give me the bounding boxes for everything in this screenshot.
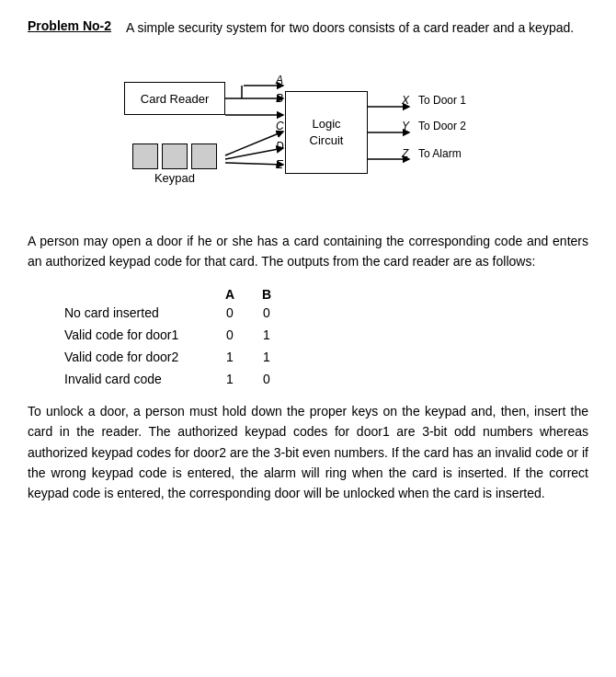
svg-line-5 — [225, 163, 283, 165]
circuit-diagram: Card Reader Keypad Logic Circuit — [115, 56, 501, 203]
problem-header: Problem No-2 A simple security system fo… — [28, 18, 588, 38]
output-x-label: X — [401, 94, 410, 107]
diagram-container: Card Reader Keypad Logic Circuit — [28, 56, 588, 203]
row-val-b: 0 — [248, 372, 285, 386]
problem-description: A simple security system for two doors c… — [126, 18, 574, 38]
row-val-b: 1 — [248, 350, 285, 364]
input-d-label: D — [276, 140, 284, 153]
row-label: Invalid card code — [28, 372, 211, 386]
table-row: Invalid card code 1 0 — [28, 372, 588, 386]
col-a-header: A — [211, 287, 248, 302]
row-val-b: 0 — [248, 305, 285, 320]
row-val-a: 0 — [211, 327, 248, 342]
to-alarm-label: To Alarm — [418, 147, 462, 160]
row-val-a: 1 — [211, 372, 248, 386]
row-label: No card inserted — [28, 305, 211, 320]
row-val-b: 1 — [248, 327, 285, 342]
problem-label: Problem No-2 — [28, 18, 111, 38]
table-rows: No card inserted 0 0 Valid code for door… — [28, 305, 588, 386]
to-door2-label: To Door 2 — [418, 120, 466, 132]
input-b-label: B — [276, 92, 283, 105]
input-c-label: C — [276, 120, 284, 132]
row-val-a: 1 — [211, 350, 248, 364]
row-val-a: 0 — [211, 305, 248, 320]
diagram-svg: A B C D E X Y Z To Door 1 To Door 2 To A… — [115, 56, 501, 203]
bottom-text: To unlock a door, a person must hold dow… — [28, 401, 588, 504]
table-row: No card inserted 0 0 — [28, 305, 588, 320]
table-row: Valid code for door2 1 1 — [28, 350, 588, 364]
row-label: Valid code for door2 — [28, 350, 211, 364]
col-b-header: B — [248, 287, 285, 302]
to-door1-label: To Door 1 — [418, 94, 466, 107]
intro-text: A person may open a door if he or she ha… — [28, 231, 588, 272]
output-z-label: Z — [401, 147, 409, 160]
svg-line-4 — [225, 148, 283, 159]
svg-line-3 — [225, 132, 283, 155]
table-header: A B — [211, 287, 588, 302]
truth-table: A B No card inserted 0 0 Valid code for … — [28, 287, 588, 386]
table-row: Valid code for door1 0 1 — [28, 327, 588, 342]
input-a-label: A — [275, 74, 283, 86]
output-y-label: Y — [402, 120, 410, 132]
row-label: Valid code for door1 — [28, 327, 211, 342]
input-e-label: E — [276, 158, 284, 171]
